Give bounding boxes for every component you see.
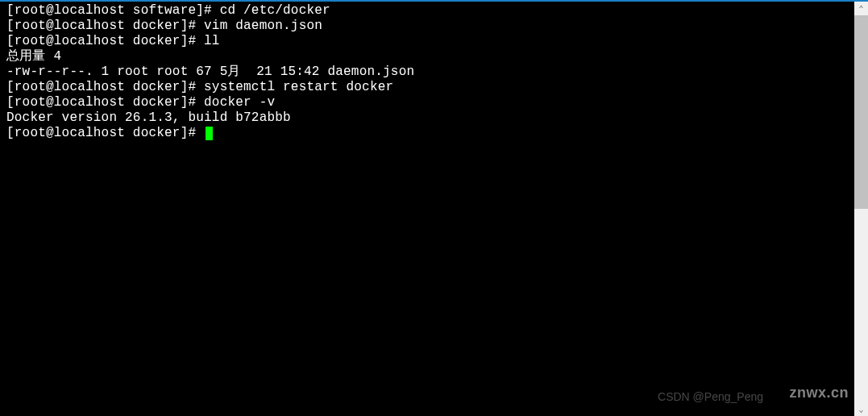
command-text: ll <box>204 34 220 48</box>
command-text: cd /etc/docker <box>220 3 330 18</box>
terminal-line: [root@localhost docker]# ll <box>6 34 853 49</box>
vertical-scrollbar[interactable]: ⌃ ⌄ <box>854 2 868 416</box>
command-text: systemctl restart docker <box>204 80 393 94</box>
terminal-line: [root@localhost docker]# vim daemon.json <box>6 19 853 34</box>
scroll-up-button[interactable]: ⌃ <box>854 2 868 15</box>
prompt: [root@localhost docker]# <box>6 34 204 48</box>
terminal-line: [root@localhost docker]# docker -v <box>6 95 853 110</box>
prompt: [root@localhost docker]# <box>6 95 204 110</box>
terminal-line: [root@localhost docker]# <box>6 126 853 141</box>
terminal-line: [root@localhost docker]# systemctl resta… <box>6 80 853 95</box>
terminal-output[interactable]: [root@localhost software]# cd /etc/docke… <box>6 3 853 416</box>
output-line: Docker version 26.1.3, build b72abbb <box>6 110 853 126</box>
output-line: -rw-r--r--. 1 root root 67 5月 21 15:42 d… <box>6 64 853 80</box>
watermark-site: znwx.cn <box>789 385 849 401</box>
prompt: [root@localhost docker]# <box>6 80 204 94</box>
window-top-border <box>0 0 868 2</box>
command-text: vim daemon.json <box>204 19 322 33</box>
watermark-csdn: CSDN @Peng_Peng <box>658 390 763 403</box>
scroll-down-button[interactable]: ⌄ <box>854 402 868 416</box>
output-line: 总用量 4 <box>6 49 853 64</box>
command-text: docker -v <box>204 95 275 110</box>
prompt: [root@localhost docker]# <box>6 126 204 140</box>
scroll-thumb[interactable] <box>854 15 868 209</box>
cursor <box>206 127 213 140</box>
prompt: [root@localhost software]# <box>6 3 220 18</box>
terminal-line: [root@localhost software]# cd /etc/docke… <box>6 3 853 19</box>
prompt: [root@localhost docker]# <box>6 19 204 33</box>
